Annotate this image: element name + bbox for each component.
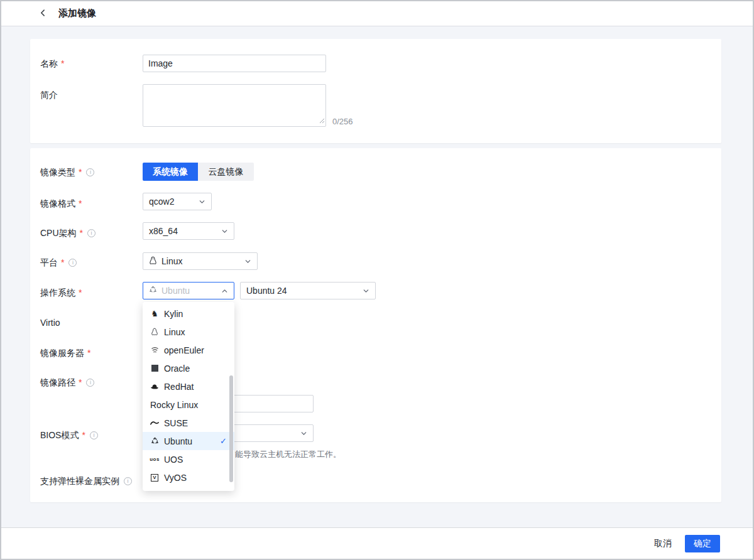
cpu-arch-label: CPU架构* i: [40, 227, 96, 239]
info-icon[interactable]: i: [68, 259, 77, 267]
description-label: 简介: [40, 89, 58, 101]
os-option-suse[interactable]: SUSE: [143, 414, 234, 432]
ubuntu-icon: [150, 437, 159, 445]
image-path-label: 镜像路径* i: [40, 376, 94, 389]
virtio-label: Virtio: [40, 316, 60, 329]
chevron-up-icon: [221, 288, 228, 294]
info-icon[interactable]: i: [87, 229, 96, 237]
os-option-uos[interactable]: uos UOS: [143, 450, 234, 468]
bare-metal-label: 支持弹性裸金属实例 i: [40, 475, 132, 487]
os-dropdown-panel: ♞ Kylin Linux openEuler Oracle: [143, 302, 234, 491]
chevron-down-icon: [199, 198, 205, 205]
page-header: 添加镜像: [1, 1, 753, 26]
back-button[interactable]: [38, 8, 48, 20]
os-option-vyos[interactable]: V VyOS: [143, 468, 234, 487]
image-type-label: 镜像类型* i: [40, 166, 94, 178]
info-icon[interactable]: i: [124, 477, 132, 485]
chevron-down-icon: [363, 288, 369, 294]
info-icon[interactable]: i: [90, 431, 98, 439]
check-icon: ✓: [220, 436, 227, 446]
disk-image-tab[interactable]: 云盘镜像: [198, 163, 254, 181]
info-icon[interactable]: i: [86, 379, 94, 387]
os-option-rocky[interactable]: Rocky Linux: [143, 396, 234, 414]
cpu-arch-select[interactable]: x86_64: [143, 222, 234, 240]
image-type-segment: 系统镜像 云盘镜像: [143, 163, 254, 181]
platform-label: 平台* i: [40, 256, 77, 269]
os-option-kylin[interactable]: ♞ Kylin: [143, 304, 234, 323]
page-title: 添加镜像: [58, 8, 96, 19]
basic-info-card: 名称* 简介 0/256: [30, 39, 721, 143]
name-label: 名称*: [40, 57, 64, 70]
image-server-label: 镜像服务器*: [40, 347, 90, 359]
footer-bar: 取消 确定: [1, 527, 753, 559]
os-option-openeuler[interactable]: openEuler: [143, 341, 234, 359]
required-mark: *: [61, 57, 64, 70]
image-format-label: 镜像格式*: [40, 197, 82, 210]
bios-mode-label: BIOS模式* i: [40, 429, 98, 441]
chevron-down-icon: [221, 228, 228, 235]
os-select[interactable]: Ubuntu: [143, 282, 234, 299]
os-option-ubuntu[interactable]: Ubuntu ✓: [143, 432, 234, 450]
system-image-tab[interactable]: 系统镜像: [143, 163, 198, 181]
suse-icon: [150, 421, 159, 426]
os-version-select[interactable]: Ubuntu 24: [240, 282, 376, 299]
bios-helper-text: 能导致云主机无法正常工作。: [235, 449, 341, 460]
image-format-select[interactable]: qcow2: [143, 193, 212, 210]
add-image-page: 添加镜像 名称* 简介 0/256 镜像类型* i 系统镜像 云盘镜像 镜像格式…: [0, 0, 754, 560]
openeuler-icon: [150, 346, 159, 354]
kylin-icon: ♞: [150, 310, 159, 318]
linux-penguin-icon: [150, 328, 159, 336]
linux-penguin-icon: [149, 256, 157, 267]
os-label: 操作系统*: [40, 286, 82, 299]
chevron-down-icon: [244, 258, 251, 265]
info-icon[interactable]: i: [86, 168, 94, 176]
cancel-button[interactable]: 取消: [654, 538, 672, 549]
dropdown-scrollbar[interactable]: [229, 375, 233, 482]
oracle-icon: [150, 365, 159, 372]
vyos-icon: V: [150, 474, 159, 482]
name-input[interactable]: [143, 55, 326, 72]
char-counter: 0/256: [332, 117, 353, 126]
os-option-oracle[interactable]: Oracle: [143, 359, 234, 377]
os-option-linux[interactable]: Linux: [143, 323, 234, 341]
platform-select[interactable]: Linux: [143, 252, 258, 270]
uos-icon: uos: [150, 456, 159, 462]
description-field-wrap: [143, 84, 326, 127]
description-textarea[interactable]: [143, 84, 326, 127]
image-config-card: 镜像类型* i 系统镜像 云盘镜像 镜像格式* qcow2 CPU架构* i x…: [30, 148, 721, 502]
chevron-left-icon: [39, 9, 47, 19]
chevron-down-icon: [300, 430, 307, 437]
confirm-button[interactable]: 确定: [685, 535, 720, 552]
os-option-redhat[interactable]: RedHat: [143, 377, 234, 396]
ubuntu-icon: [149, 286, 157, 296]
redhat-icon: [150, 384, 159, 390]
